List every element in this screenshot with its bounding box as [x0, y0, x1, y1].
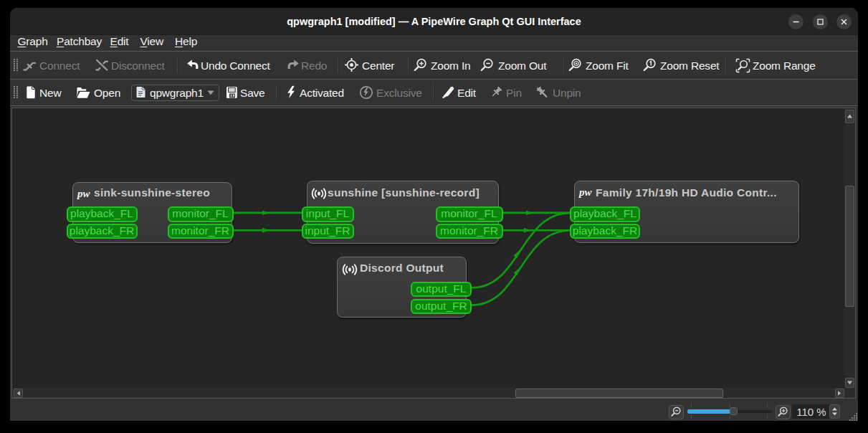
svg-text:pw: pw	[578, 186, 593, 198]
svg-text:pw: pw	[77, 188, 91, 199]
